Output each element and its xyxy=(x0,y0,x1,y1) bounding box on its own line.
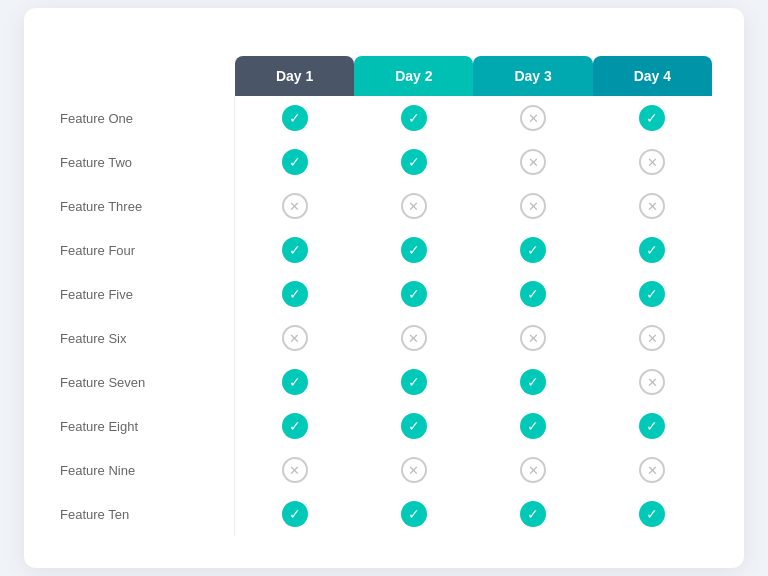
check-icon: ✓ xyxy=(639,501,665,527)
check-icon: ✓ xyxy=(401,281,427,307)
check-icon: ✓ xyxy=(282,105,308,131)
feature-name-4: Feature Five xyxy=(56,272,235,316)
cell-day4-8: ✕ xyxy=(593,448,712,492)
cell-day3-9: ✓ xyxy=(473,492,592,536)
x-icon: ✕ xyxy=(401,193,427,219)
check-icon: ✓ xyxy=(282,149,308,175)
x-icon: ✕ xyxy=(639,149,665,175)
cell-day1-4: ✓ xyxy=(235,272,354,316)
cell-day1-7: ✓ xyxy=(235,404,354,448)
cell-day4-2: ✕ xyxy=(593,184,712,228)
table-row: Feature Three✕✕✕✕ xyxy=(56,184,712,228)
check-icon: ✓ xyxy=(520,501,546,527)
x-icon: ✕ xyxy=(282,325,308,351)
cell-day2-6: ✓ xyxy=(354,360,473,404)
cell-day4-5: ✕ xyxy=(593,316,712,360)
custom-table-card: Day 1Day 2Day 3Day 4 Feature One✓✓✕✓Feat… xyxy=(24,8,744,568)
cell-day3-7: ✓ xyxy=(473,404,592,448)
feature-name-2: Feature Three xyxy=(56,184,235,228)
table-row: Feature Ten✓✓✓✓ xyxy=(56,492,712,536)
feature-name-8: Feature Nine xyxy=(56,448,235,492)
cell-day4-0: ✓ xyxy=(593,96,712,140)
table-row: Feature Six✕✕✕✕ xyxy=(56,316,712,360)
col-header-day4: Day 4 xyxy=(593,56,712,96)
feature-name-9: Feature Ten xyxy=(56,492,235,536)
cell-day2-9: ✓ xyxy=(354,492,473,536)
x-icon: ✕ xyxy=(282,193,308,219)
col-header-day2: Day 2 xyxy=(354,56,473,96)
table-row: Feature Five✓✓✓✓ xyxy=(56,272,712,316)
check-icon: ✓ xyxy=(639,281,665,307)
check-icon: ✓ xyxy=(282,369,308,395)
col-header-feature-col xyxy=(56,56,235,96)
cell-day1-0: ✓ xyxy=(235,96,354,140)
cell-day4-9: ✓ xyxy=(593,492,712,536)
col-header-day3: Day 3 xyxy=(473,56,592,96)
check-icon: ✓ xyxy=(282,281,308,307)
cell-day2-1: ✓ xyxy=(354,140,473,184)
check-icon: ✓ xyxy=(639,413,665,439)
cell-day2-2: ✕ xyxy=(354,184,473,228)
cell-day1-9: ✓ xyxy=(235,492,354,536)
cell-day3-8: ✕ xyxy=(473,448,592,492)
check-icon: ✓ xyxy=(520,413,546,439)
check-icon: ✓ xyxy=(520,369,546,395)
cell-day4-4: ✓ xyxy=(593,272,712,316)
cell-day2-0: ✓ xyxy=(354,96,473,140)
check-icon: ✓ xyxy=(520,281,546,307)
cell-day2-3: ✓ xyxy=(354,228,473,272)
check-icon: ✓ xyxy=(401,149,427,175)
check-icon: ✓ xyxy=(639,237,665,263)
cell-day1-8: ✕ xyxy=(235,448,354,492)
cell-day1-3: ✓ xyxy=(235,228,354,272)
table-row: Feature Eight✓✓✓✓ xyxy=(56,404,712,448)
cell-day1-5: ✕ xyxy=(235,316,354,360)
cell-day1-6: ✓ xyxy=(235,360,354,404)
check-icon: ✓ xyxy=(401,413,427,439)
feature-name-7: Feature Eight xyxy=(56,404,235,448)
table-row: Feature Two✓✓✕✕ xyxy=(56,140,712,184)
x-icon: ✕ xyxy=(520,325,546,351)
x-icon: ✕ xyxy=(639,457,665,483)
cell-day4-3: ✓ xyxy=(593,228,712,272)
feature-name-6: Feature Seven xyxy=(56,360,235,404)
x-icon: ✕ xyxy=(520,457,546,483)
cell-day3-6: ✓ xyxy=(473,360,592,404)
feature-name-0: Feature One xyxy=(56,96,235,140)
check-icon: ✓ xyxy=(520,237,546,263)
cell-day4-6: ✕ xyxy=(593,360,712,404)
cell-day3-4: ✓ xyxy=(473,272,592,316)
cell-day4-7: ✓ xyxy=(593,404,712,448)
table-row: Feature Nine✕✕✕✕ xyxy=(56,448,712,492)
feature-table: Day 1Day 2Day 3Day 4 Feature One✓✓✕✓Feat… xyxy=(56,56,712,536)
x-icon: ✕ xyxy=(639,325,665,351)
check-icon: ✓ xyxy=(282,501,308,527)
feature-name-5: Feature Six xyxy=(56,316,235,360)
cell-day2-8: ✕ xyxy=(354,448,473,492)
cell-day4-1: ✕ xyxy=(593,140,712,184)
check-icon: ✓ xyxy=(401,501,427,527)
check-icon: ✓ xyxy=(401,237,427,263)
x-icon: ✕ xyxy=(401,457,427,483)
x-icon: ✕ xyxy=(520,193,546,219)
cell-day1-2: ✕ xyxy=(235,184,354,228)
table-row: Feature Seven✓✓✓✕ xyxy=(56,360,712,404)
x-icon: ✕ xyxy=(401,325,427,351)
x-icon: ✕ xyxy=(282,457,308,483)
feature-name-1: Feature Two xyxy=(56,140,235,184)
col-header-day1: Day 1 xyxy=(235,56,354,96)
cell-day3-2: ✕ xyxy=(473,184,592,228)
table-row: Feature Four✓✓✓✓ xyxy=(56,228,712,272)
check-icon: ✓ xyxy=(282,413,308,439)
feature-name-3: Feature Four xyxy=(56,228,235,272)
check-icon: ✓ xyxy=(282,237,308,263)
cell-day2-7: ✓ xyxy=(354,404,473,448)
check-icon: ✓ xyxy=(401,105,427,131)
cell-day3-1: ✕ xyxy=(473,140,592,184)
x-icon: ✕ xyxy=(639,193,665,219)
cell-day3-0: ✕ xyxy=(473,96,592,140)
cell-day2-4: ✓ xyxy=(354,272,473,316)
x-icon: ✕ xyxy=(639,369,665,395)
table-row: Feature One✓✓✕✓ xyxy=(56,96,712,140)
cell-day3-3: ✓ xyxy=(473,228,592,272)
